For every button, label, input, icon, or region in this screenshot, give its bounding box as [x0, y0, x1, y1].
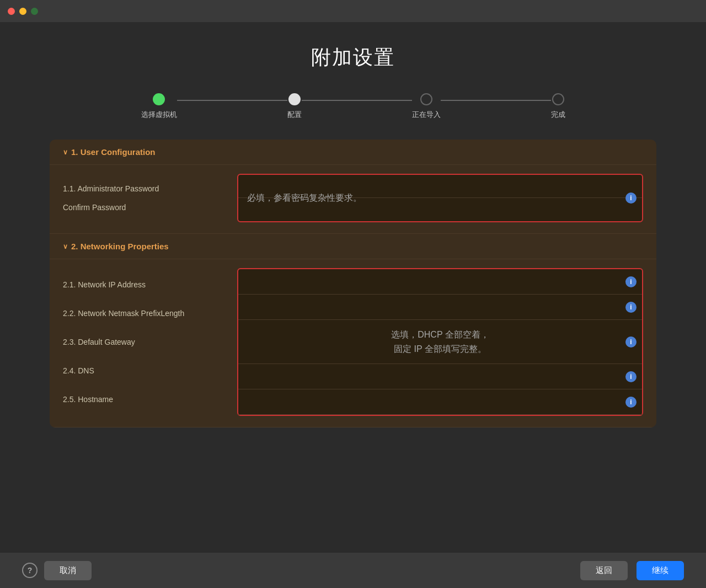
close-button[interactable]	[8, 8, 15, 15]
step-circle-importing	[420, 93, 432, 105]
gateway-input[interactable]	[238, 331, 642, 353]
step-label-config: 配置	[287, 110, 302, 120]
network-input-group: i i i i	[237, 268, 643, 416]
step-label-done: 完成	[551, 110, 565, 120]
gateway-info-icon[interactable]: i	[625, 336, 637, 348]
step-config: 配置	[287, 93, 302, 120]
form-row-passwords: 1.1. Administrator Password Confirm Pass…	[63, 170, 643, 226]
network-fields-wrapper: i i i i	[238, 269, 642, 415]
step-circle-done	[552, 93, 564, 105]
password-info-icon[interactable]: i	[625, 193, 637, 204]
minimize-button[interactable]	[19, 8, 26, 15]
hostname-label: 2.5. Hostname	[63, 388, 228, 410]
dns-input[interactable]	[238, 366, 642, 388]
bottom-actions: 返回 继续	[580, 561, 684, 580]
step-line-1	[177, 100, 287, 101]
netmask-info-icon[interactable]: i	[625, 302, 637, 313]
hostname-row: i	[238, 389, 642, 415]
section-networking-header[interactable]: ∨ 2. Networking Properties	[50, 234, 656, 259]
password-input-area: 必填，参看密码复杂性要求。 i	[237, 174, 643, 222]
titlebar	[0, 0, 706, 22]
step-label-select-vm: 选择虚拟机	[141, 110, 177, 120]
maximize-button[interactable]	[31, 8, 38, 15]
stepper: 选择虚拟机 配置 正在导入 完成	[33, 93, 673, 120]
confirm-password-label: Confirm Password	[63, 203, 228, 212]
netmask-label: 2.2. Network Netmask PrefixLength	[63, 302, 228, 324]
section-networking-title: 2. Networking Properties	[71, 242, 169, 251]
gateway-label: 2.3. Default Gateway	[63, 331, 228, 353]
admin-password-label: 1.1. Administrator Password	[63, 184, 228, 193]
network-input-area: i i i i	[237, 268, 643, 416]
password-input-group: 必填，参看密码复杂性要求。 i	[237, 174, 643, 222]
dns-row: i	[238, 364, 642, 389]
step-circle-select-vm	[153, 93, 165, 105]
hostname-info-icon[interactable]: i	[625, 397, 637, 408]
section-user-config-title: 1. User Configuration	[71, 147, 156, 157]
network-ip-input[interactable]	[238, 271, 642, 293]
step-label-importing: 正在导入	[412, 110, 441, 120]
section-user-config-header[interactable]: ∨ 1. User Configuration	[50, 140, 656, 165]
network-labels: 2.1. Network IP Address 2.2. Network Net…	[63, 268, 228, 416]
main-content: 附加设置 选择虚拟机 配置 正在导入 完成 ∨ 1. User C	[0, 22, 706, 553]
password-hint: 必填，参看密码复杂性要求。	[238, 175, 642, 221]
step-importing: 正在导入	[412, 93, 441, 120]
network-ip-label: 2.1. Network IP Address	[63, 274, 228, 296]
help-button[interactable]: ?	[22, 563, 38, 578]
step-line-3	[441, 100, 551, 101]
form-panel: ∨ 1. User Configuration 1.1. Administrat…	[50, 140, 656, 427]
step-done: 完成	[551, 93, 565, 120]
continue-button[interactable]: 继续	[637, 561, 684, 580]
step-circle-config	[288, 93, 301, 105]
netmask-row: i	[238, 295, 642, 320]
step-line-2	[302, 100, 412, 101]
network-ip-info-icon[interactable]: i	[625, 276, 637, 287]
back-button[interactable]: 返回	[580, 561, 628, 580]
cancel-button[interactable]: 取消	[44, 561, 92, 580]
user-config-section: 1.1. Administrator Password Confirm Pass…	[50, 165, 656, 234]
chevron-icon-networking: ∨	[63, 243, 68, 250]
hostname-input[interactable]	[238, 391, 642, 413]
network-ip-row: i	[238, 269, 642, 295]
dns-label: 2.4. DNS	[63, 360, 228, 382]
form-row-networking: 2.1. Network IP Address 2.2. Network Net…	[63, 265, 643, 419]
netmask-input[interactable]	[238, 296, 642, 318]
gateway-row: i	[238, 320, 642, 364]
page-title: 附加设置	[311, 44, 395, 71]
networking-section: 2.1. Network IP Address 2.2. Network Net…	[50, 259, 656, 427]
bottom-bar: ? 取消 返回 继续	[0, 553, 706, 588]
step-select-vm: 选择虚拟机	[141, 93, 177, 120]
password-hint-text: 必填，参看密码复杂性要求。	[247, 193, 362, 204]
dns-info-icon[interactable]: i	[625, 371, 637, 382]
chevron-icon-user-config: ∨	[63, 148, 68, 156]
password-labels: 1.1. Administrator Password Confirm Pass…	[63, 184, 228, 212]
